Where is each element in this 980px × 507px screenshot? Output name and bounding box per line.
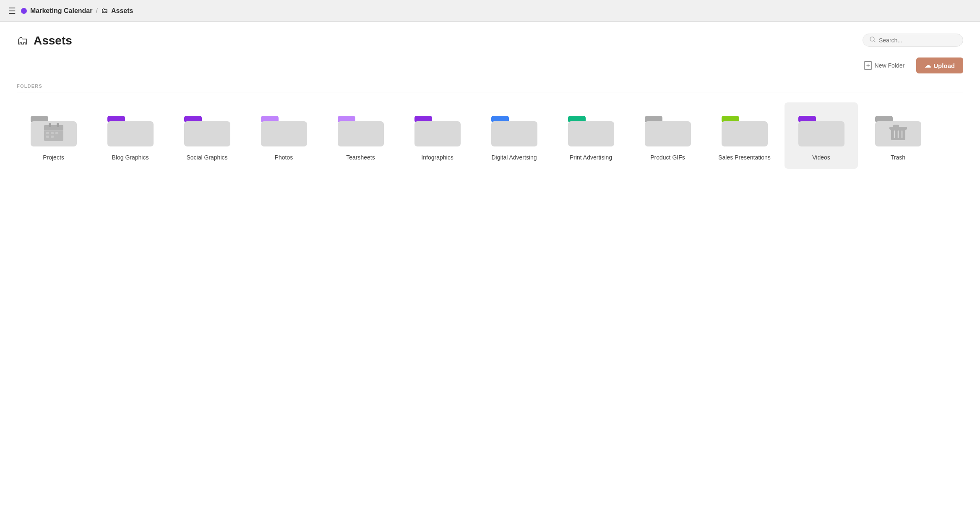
folder-icon: [107, 110, 154, 148]
menu-icon[interactable]: ☰: [8, 6, 16, 16]
page-title: Assets: [34, 34, 72, 47]
search-bar: [863, 34, 963, 47]
folder-icon: [338, 110, 384, 148]
svg-rect-29: [645, 121, 691, 146]
folder-icon: [798, 110, 844, 148]
folder-svg: [722, 110, 768, 148]
project-name: Marketing Calendar: [30, 7, 92, 15]
folder-item-videos[interactable]: Videos: [785, 102, 858, 169]
topbar: ☰ Marketing Calendar / 🗂 Assets: [0, 0, 980, 22]
svg-rect-17: [184, 121, 230, 146]
svg-rect-6: [49, 123, 51, 127]
folder-item-print-advertising[interactable]: Print Advertising: [554, 102, 628, 169]
folder-label: Blog Graphics: [112, 154, 149, 162]
folder-item-photos[interactable]: Photos: [247, 102, 321, 169]
svg-rect-21: [338, 121, 384, 146]
folder-label: Infographics: [421, 154, 453, 162]
folder-svg: [875, 110, 921, 148]
page-header: 🗂 Assets: [17, 34, 963, 47]
page-title-icon: 🗂: [17, 34, 29, 47]
folder-svg: [568, 110, 614, 148]
svg-rect-27: [568, 121, 614, 146]
assets-breadcrumb-label: Assets: [111, 7, 133, 15]
folder-icon: [645, 110, 691, 148]
folder-label: Videos: [812, 154, 830, 162]
folder-item-projects[interactable]: Projects: [17, 102, 90, 169]
folder-svg: [31, 110, 77, 148]
folder-label: Sales Presentations: [718, 154, 771, 162]
folders-section-label: FOLDERS: [17, 84, 963, 92]
folder-svg: [107, 110, 154, 148]
search-icon: [870, 37, 876, 44]
folder-item-sales-presentations[interactable]: Sales Presentations: [708, 102, 781, 169]
folder-label: Digital Advertsing: [491, 154, 537, 162]
folder-svg: [414, 110, 461, 148]
folder-item-tearsheets[interactable]: Tearsheets: [324, 102, 397, 169]
svg-rect-13: [51, 136, 54, 138]
svg-rect-12: [46, 136, 49, 138]
folder-icon: [31, 110, 77, 148]
toolbar: ＋ New Folder ☁ Upload: [17, 57, 963, 73]
folder-svg: [491, 110, 537, 148]
svg-rect-11: [55, 132, 58, 134]
main-content: 🗂 Assets ＋ New Folder ☁ Upload FOLDERS: [0, 22, 980, 507]
folder-icon: [414, 110, 461, 148]
folder-label: Product GIFs: [650, 154, 685, 162]
svg-rect-7: [57, 123, 59, 127]
new-folder-button[interactable]: ＋ New Folder: [859, 58, 910, 73]
folders-grid: Projects Blog Graphics Social Graphics: [17, 102, 963, 169]
folder-svg: [261, 110, 307, 148]
folder-icon: [568, 110, 614, 148]
svg-rect-38: [893, 125, 899, 128]
folder-item-blog-graphics[interactable]: Blog Graphics: [94, 102, 167, 169]
svg-rect-10: [51, 132, 54, 134]
svg-rect-33: [798, 121, 844, 146]
svg-rect-25: [491, 121, 537, 146]
upload-label: Upload: [933, 62, 955, 69]
svg-rect-5: [44, 125, 63, 131]
folder-label: Projects: [43, 154, 64, 162]
svg-rect-23: [414, 121, 461, 146]
folder-item-product-gifs[interactable]: Product GIFs: [631, 102, 704, 169]
folder-svg: [798, 110, 844, 148]
svg-rect-9: [46, 132, 49, 134]
plus-icon: ＋: [864, 61, 872, 70]
folder-icon: [261, 110, 307, 148]
folder-label: Print Advertising: [570, 154, 612, 162]
upload-cloud-icon: ☁: [925, 62, 931, 69]
folder-icon: [722, 110, 768, 148]
folder-item-trash[interactable]: Trash: [861, 102, 935, 169]
folder-icon: [875, 110, 921, 148]
new-folder-label: New Folder: [875, 62, 905, 69]
folder-svg: [645, 110, 691, 148]
project-dot: [21, 8, 27, 14]
folder-svg: [184, 110, 230, 148]
upload-button[interactable]: ☁ Upload: [916, 57, 963, 73]
page-title-area: 🗂 Assets: [17, 34, 72, 47]
svg-rect-31: [722, 121, 768, 146]
breadcrumb: Marketing Calendar / 🗂 Assets: [21, 7, 133, 15]
svg-rect-15: [107, 121, 154, 146]
folder-label: Trash: [891, 154, 905, 162]
search-input[interactable]: [879, 37, 956, 44]
assets-breadcrumb-icon: 🗂: [101, 7, 108, 15]
folder-label: Social Graphics: [186, 154, 227, 162]
breadcrumb-separator: /: [96, 7, 97, 15]
folder-label: Photos: [275, 154, 293, 162]
folder-svg: [338, 110, 384, 148]
folder-label: Tearsheets: [346, 154, 375, 162]
folder-icon: [491, 110, 537, 148]
folder-item-digital-advertising[interactable]: Digital Advertsing: [477, 102, 551, 169]
svg-line-1: [874, 41, 875, 42]
folder-item-social-graphics[interactable]: Social Graphics: [170, 102, 244, 169]
folder-item-infographics[interactable]: Infographics: [401, 102, 474, 169]
svg-rect-19: [261, 121, 307, 146]
folder-icon: [184, 110, 230, 148]
